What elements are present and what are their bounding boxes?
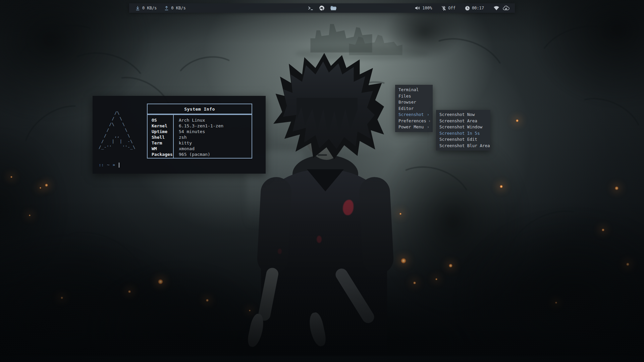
table-row: Kernel6.15.3-zen1-1-zen [152, 123, 252, 129]
status-bar: 0 KB/s 0 KB/s 100% Off 00:17 [129, 3, 515, 13]
submenu-item-screenshot-area[interactable]: Screenshot Area [436, 118, 490, 124]
menu-item-browser[interactable]: Browser [395, 99, 433, 106]
menu-item-label: Screenshot [398, 112, 424, 118]
prompt-symbol: » [112, 162, 115, 168]
submenu-item-screenshot-edit[interactable]: Screenshot Edit [436, 136, 490, 143]
info-value: 965 (pacman) [179, 152, 210, 157]
table-row: Packages965 (pacman) [152, 152, 252, 157]
volume-icon [415, 6, 420, 10]
info-label: Packages [152, 152, 179, 157]
table-row: Shellzsh [152, 134, 252, 140]
info-label: WM [152, 146, 179, 152]
info-value: xmonad [179, 146, 195, 152]
info-label: Term [152, 140, 179, 146]
clock-icon [465, 6, 470, 11]
clock-time: 00:17 [472, 6, 484, 10]
net-download-icon [135, 6, 140, 11]
submenu-item-screenshot-window[interactable]: Screenshot Window [436, 124, 490, 130]
info-label: Kernel [152, 123, 179, 129]
submenu-item-screenshot-in-5s[interactable]: Screenshot In 5s [436, 130, 490, 137]
info-value: Arch Linux [179, 117, 205, 123]
wifi-icon [493, 6, 499, 10]
table-row: Uptime54 minutes [152, 129, 252, 134]
table-row: WMxmonad [152, 146, 252, 152]
menu-item-label: Power Menu [398, 124, 424, 130]
submenu-arrow: › [428, 118, 431, 124]
info-value: zsh [179, 134, 186, 140]
volume-widget[interactable]: 100% [415, 6, 432, 10]
bluetooth-widget[interactable]: Off [441, 6, 455, 11]
menu-item-editor[interactable]: Editor [395, 106, 433, 112]
submenu-arrow: › [427, 124, 429, 130]
menu-item-label: Preferences [398, 118, 426, 124]
net-upload-speed: 0 KB/s [171, 6, 185, 10]
figure-left-sleeve [256, 176, 292, 275]
submenu-arrow: › [427, 112, 429, 118]
table-divider [173, 115, 174, 158]
shell-prompt[interactable]: :: ~ » [99, 162, 119, 168]
info-value: 54 minutes [179, 129, 205, 134]
arch-logo-ascii: /\ / \ /\ \ / \ / ,, \ / | | -\ /_-'' ''… [99, 110, 136, 150]
menu-item-label: Browser [398, 99, 416, 106]
bluetooth-off-icon [441, 6, 446, 11]
cloud-widget[interactable] [503, 6, 509, 11]
menu-item-files[interactable]: Files [395, 93, 433, 100]
menu-item-label: Screenshot Now [439, 112, 475, 118]
figure-mouth [318, 154, 327, 156]
submenu-item-screenshot-blur-area[interactable]: Screenshot Blur Area [436, 143, 490, 149]
menu-item-label: Terminal [398, 87, 419, 93]
context-menu: Terminal Files Browser Editor Screenshot… [395, 85, 433, 132]
menu-item-screenshot[interactable]: Screenshot› [395, 112, 433, 118]
volume-level: 100% [422, 6, 432, 10]
sysinfo-table: OSArch Linux Kernel6.15.3-zen1-1-zen Upt… [147, 114, 252, 159]
text-cursor [119, 163, 119, 168]
blood-stain-faint [278, 249, 282, 254]
network-stats: 0 KB/s 0 KB/s [129, 6, 186, 11]
net-upload: 0 KB/s [164, 6, 185, 11]
bluetooth-status: Off [448, 6, 455, 10]
screenshot-submenu: Screenshot Now Screenshot Area Screensho… [436, 110, 490, 150]
terminal-icon [308, 5, 314, 11]
wallpaper-figure [0, 0, 644, 362]
menu-item-label: Files [398, 93, 411, 100]
net-download-speed: 0 KB/s [142, 6, 157, 10]
sysinfo-title: System Info [184, 107, 215, 112]
wifi-widget[interactable] [493, 6, 499, 10]
table-row: Termkitty [152, 140, 252, 146]
clock-widget[interactable]: 00:17 [465, 6, 484, 11]
menu-item-label: Screenshot Blur Area [439, 143, 490, 149]
prompt-jobs: :: [99, 162, 104, 168]
menu-item-label: Screenshot Area [439, 118, 477, 124]
blood-stain-small [317, 236, 322, 243]
info-value: 6.15.3-zen1-1-zen [179, 123, 223, 129]
launcher-icons [308, 5, 337, 11]
info-label: Uptime [152, 129, 179, 134]
submenu-item-screenshot-now[interactable]: Screenshot Now [436, 112, 490, 118]
table-row: OSArch Linux [152, 117, 252, 123]
cloud-sync-icon [503, 6, 509, 11]
sysinfo-title-box: System Info [147, 104, 252, 114]
info-label: Shell [152, 134, 179, 140]
menu-item-label: Screenshot Window [439, 124, 482, 130]
floor-glow [0, 356, 644, 362]
figure-right-sleeve [358, 176, 394, 275]
menu-item-label: Screenshot Edit [439, 136, 477, 143]
menu-item-label: Editor [398, 106, 414, 112]
net-download: 0 KB/s [135, 6, 157, 11]
info-label: OS [152, 117, 179, 123]
browser-launcher[interactable] [319, 5, 325, 11]
menu-item-power-menu[interactable]: Power Menu› [395, 124, 433, 130]
terminal-window[interactable]: /\ / \ /\ \ / \ / ,, \ / | | -\ /_-'' ''… [93, 96, 266, 174]
terminal-launcher[interactable] [308, 5, 314, 11]
file-manager-icon [330, 5, 337, 11]
net-upload-icon [164, 6, 169, 11]
status-widgets: 100% Off 00:17 [415, 6, 515, 11]
prompt-cwd: ~ [107, 162, 110, 168]
files-launcher[interactable] [330, 5, 337, 11]
wallpaper [0, 0, 644, 362]
menu-item-terminal[interactable]: Terminal [395, 87, 433, 93]
info-value: kitty [179, 140, 192, 146]
menu-item-label: Screenshot In 5s [439, 130, 480, 137]
chrome-icon [319, 5, 325, 11]
menu-item-preferences[interactable]: Preferences› [395, 118, 433, 124]
